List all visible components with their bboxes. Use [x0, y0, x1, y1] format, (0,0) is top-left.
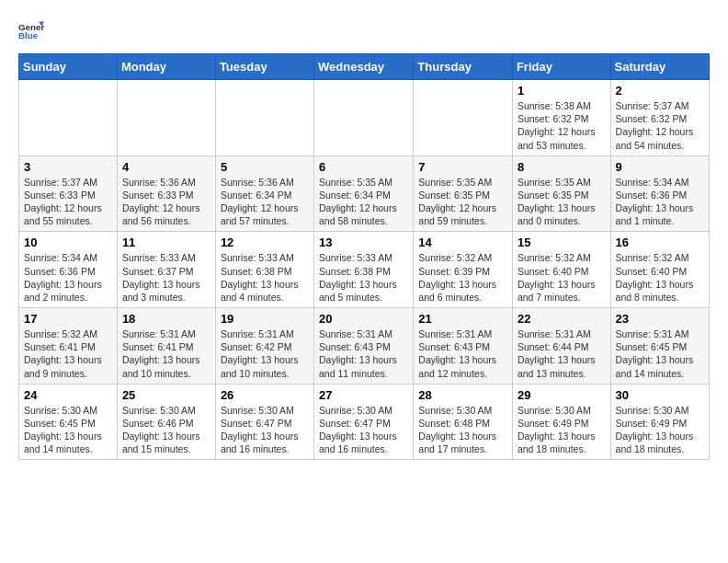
day-info: Sunrise: 5:35 AM Sunset: 6:34 PM Dayligh… [319, 176, 408, 228]
day-number: 3 [24, 160, 112, 174]
calendar-cell: 7Sunrise: 5:35 AM Sunset: 6:35 PM Daylig… [414, 155, 513, 232]
weekday-header-thursday: Thursday [414, 54, 513, 80]
weekday-header-saturday: Saturday [610, 54, 709, 80]
calendar-cell [215, 80, 313, 156]
calendar-cell: 17Sunrise: 5:32 AM Sunset: 6:41 PM Dayli… [19, 308, 118, 385]
calendar-cell: 12Sunrise: 5:33 AM Sunset: 6:38 PM Dayli… [215, 232, 313, 308]
day-number: 28 [418, 388, 507, 402]
day-number: 7 [418, 160, 507, 174]
day-info: Sunrise: 5:31 AM Sunset: 6:43 PM Dayligh… [319, 327, 408, 380]
weekday-header-friday: Friday [512, 54, 610, 80]
svg-text:Blue: Blue [18, 30, 39, 40]
day-number: 4 [122, 160, 210, 174]
calendar-cell: 5Sunrise: 5:36 AM Sunset: 6:34 PM Daylig… [215, 155, 313, 232]
calendar-week-4: 17Sunrise: 5:32 AM Sunset: 6:41 PM Dayli… [19, 308, 710, 385]
day-number: 26 [221, 388, 309, 402]
day-info: Sunrise: 5:31 AM Sunset: 6:42 PM Dayligh… [221, 327, 309, 380]
day-number: 12 [221, 236, 309, 249]
calendar-cell: 30Sunrise: 5:30 AM Sunset: 6:49 PM Dayli… [610, 384, 709, 460]
day-number: 5 [221, 160, 309, 174]
day-number: 25 [122, 388, 210, 402]
calendar-table: SundayMondayTuesdayWednesdayThursdayFrid… [18, 53, 710, 460]
calendar-cell: 26Sunrise: 5:30 AM Sunset: 6:47 PM Dayli… [215, 384, 313, 460]
calendar-cell [314, 80, 414, 156]
day-number: 24 [24, 388, 112, 402]
day-number: 9 [616, 160, 704, 174]
day-number: 29 [518, 388, 606, 402]
calendar-cell: 25Sunrise: 5:30 AM Sunset: 6:46 PM Dayli… [117, 384, 215, 460]
weekday-header-monday: Monday [117, 54, 215, 80]
calendar-cell: 16Sunrise: 5:32 AM Sunset: 6:40 PM Dayli… [610, 232, 709, 308]
day-info: Sunrise: 5:32 AM Sunset: 6:39 PM Dayligh… [418, 251, 507, 304]
day-number: 2 [616, 84, 704, 98]
day-number: 18 [122, 312, 210, 326]
calendar-cell: 11Sunrise: 5:33 AM Sunset: 6:37 PM Dayli… [117, 232, 215, 308]
day-number: 16 [616, 236, 704, 249]
calendar-cell: 20Sunrise: 5:31 AM Sunset: 6:43 PM Dayli… [314, 308, 414, 385]
calendar-cell: 4Sunrise: 5:36 AM Sunset: 6:33 PM Daylig… [117, 155, 215, 232]
weekday-header-tuesday: Tuesday [215, 54, 313, 80]
calendar-cell: 6Sunrise: 5:35 AM Sunset: 6:34 PM Daylig… [314, 155, 414, 232]
calendar-cell [19, 80, 118, 156]
calendar-cell: 15Sunrise: 5:32 AM Sunset: 6:40 PM Dayli… [512, 232, 610, 308]
calendar-cell: 3Sunrise: 5:37 AM Sunset: 6:33 PM Daylig… [19, 155, 118, 232]
day-number: 20 [319, 312, 408, 326]
day-number: 15 [518, 236, 606, 249]
calendar-cell [117, 80, 215, 156]
day-info: Sunrise: 5:37 AM Sunset: 6:32 PM Dayligh… [616, 99, 704, 152]
day-number: 1 [518, 84, 606, 98]
logo-icon: General Blue [18, 18, 44, 44]
day-info: Sunrise: 5:30 AM Sunset: 6:48 PM Dayligh… [418, 404, 507, 456]
day-info: Sunrise: 5:30 AM Sunset: 6:46 PM Dayligh… [122, 404, 210, 456]
calendar-cell: 14Sunrise: 5:32 AM Sunset: 6:39 PM Dayli… [414, 232, 513, 308]
page-header: General Blue [18, 18, 710, 44]
calendar-cell [414, 80, 513, 156]
calendar-cell: 27Sunrise: 5:30 AM Sunset: 6:47 PM Dayli… [314, 384, 414, 460]
calendar-cell: 21Sunrise: 5:31 AM Sunset: 6:43 PM Dayli… [414, 308, 513, 385]
day-info: Sunrise: 5:31 AM Sunset: 6:41 PM Dayligh… [122, 327, 210, 380]
calendar-week-1: 1Sunrise: 5:38 AM Sunset: 6:32 PM Daylig… [19, 80, 710, 156]
calendar-cell: 22Sunrise: 5:31 AM Sunset: 6:44 PM Dayli… [512, 308, 610, 385]
calendar-header: SundayMondayTuesdayWednesdayThursdayFrid… [19, 54, 710, 80]
weekday-header-sunday: Sunday [19, 54, 118, 80]
calendar-cell: 18Sunrise: 5:31 AM Sunset: 6:41 PM Dayli… [117, 308, 215, 385]
day-info: Sunrise: 5:35 AM Sunset: 6:35 PM Dayligh… [518, 176, 606, 228]
calendar-week-5: 24Sunrise: 5:30 AM Sunset: 6:45 PM Dayli… [19, 384, 710, 460]
day-number: 22 [518, 312, 606, 326]
day-info: Sunrise: 5:31 AM Sunset: 6:45 PM Dayligh… [616, 327, 704, 380]
day-info: Sunrise: 5:31 AM Sunset: 6:44 PM Dayligh… [518, 327, 606, 380]
day-info: Sunrise: 5:32 AM Sunset: 6:41 PM Dayligh… [24, 327, 112, 380]
calendar-cell: 28Sunrise: 5:30 AM Sunset: 6:48 PM Dayli… [414, 384, 513, 460]
calendar-cell: 19Sunrise: 5:31 AM Sunset: 6:42 PM Dayli… [215, 308, 313, 385]
calendar-cell: 1Sunrise: 5:38 AM Sunset: 6:32 PM Daylig… [512, 80, 610, 156]
calendar-cell: 29Sunrise: 5:30 AM Sunset: 6:49 PM Dayli… [512, 384, 610, 460]
day-info: Sunrise: 5:36 AM Sunset: 6:33 PM Dayligh… [122, 176, 210, 228]
weekday-header-wednesday: Wednesday [314, 54, 414, 80]
day-info: Sunrise: 5:31 AM Sunset: 6:43 PM Dayligh… [418, 327, 507, 380]
day-info: Sunrise: 5:32 AM Sunset: 6:40 PM Dayligh… [616, 251, 704, 304]
calendar-cell: 9Sunrise: 5:34 AM Sunset: 6:36 PM Daylig… [610, 155, 709, 232]
day-info: Sunrise: 5:33 AM Sunset: 6:38 PM Dayligh… [319, 251, 408, 304]
calendar-week-3: 10Sunrise: 5:34 AM Sunset: 6:36 PM Dayli… [19, 232, 710, 308]
day-number: 13 [319, 236, 408, 249]
day-info: Sunrise: 5:30 AM Sunset: 6:47 PM Dayligh… [221, 404, 309, 456]
calendar-cell: 10Sunrise: 5:34 AM Sunset: 6:36 PM Dayli… [19, 232, 118, 308]
day-info: Sunrise: 5:32 AM Sunset: 6:40 PM Dayligh… [518, 251, 606, 304]
day-info: Sunrise: 5:30 AM Sunset: 6:47 PM Dayligh… [319, 404, 408, 456]
day-info: Sunrise: 5:34 AM Sunset: 6:36 PM Dayligh… [616, 176, 704, 228]
day-number: 6 [319, 160, 408, 174]
day-number: 21 [418, 312, 507, 326]
day-info: Sunrise: 5:38 AM Sunset: 6:32 PM Dayligh… [518, 99, 606, 152]
calendar-week-2: 3Sunrise: 5:37 AM Sunset: 6:33 PM Daylig… [19, 155, 710, 232]
day-info: Sunrise: 5:30 AM Sunset: 6:49 PM Dayligh… [518, 404, 606, 456]
day-number: 30 [616, 388, 704, 402]
calendar-body: 1Sunrise: 5:38 AM Sunset: 6:32 PM Daylig… [19, 80, 710, 460]
day-info: Sunrise: 5:37 AM Sunset: 6:33 PM Dayligh… [24, 176, 112, 228]
day-info: Sunrise: 5:35 AM Sunset: 6:35 PM Dayligh… [418, 176, 507, 228]
calendar-cell: 2Sunrise: 5:37 AM Sunset: 6:32 PM Daylig… [610, 80, 709, 156]
day-number: 27 [319, 388, 408, 402]
day-number: 14 [418, 236, 507, 249]
day-number: 10 [24, 236, 112, 249]
logo: General Blue [18, 18, 44, 44]
calendar-cell: 13Sunrise: 5:33 AM Sunset: 6:38 PM Dayli… [314, 232, 414, 308]
